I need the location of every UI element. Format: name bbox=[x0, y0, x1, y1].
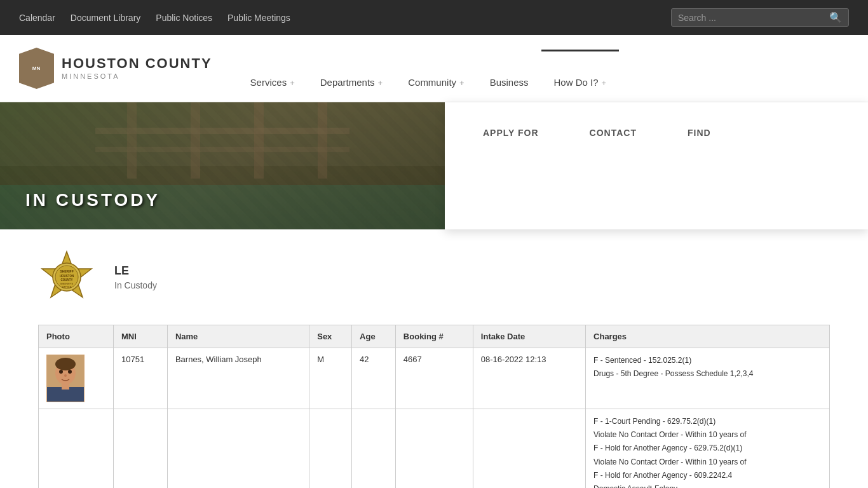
nav-services[interactable]: Services+ bbox=[238, 50, 308, 100]
svg-point-22 bbox=[59, 370, 63, 374]
cell-age-2 bbox=[352, 409, 396, 489]
hero-section: IN CUSTODY APPLY FOR CONTACT FIND bbox=[0, 102, 868, 229]
dropdown-find: FIND bbox=[688, 128, 711, 204]
svg-text:OFFICE: OFFICE bbox=[62, 285, 72, 288]
main-content: SHERIFF HOUSTON COUNTY SHERIFF'S OFFICE … bbox=[0, 229, 868, 488]
svg-rect-10 bbox=[95, 147, 349, 152]
topbar-calendar[interactable]: Calendar bbox=[19, 13, 55, 23]
col-age: Age bbox=[352, 325, 396, 348]
cell-booking-1: 4667 bbox=[395, 348, 473, 409]
charges-text-2: F - 1-Court Pending - 629.75.2(d)(1) Vio… bbox=[593, 416, 822, 488]
table-row: 10751 Barnes, William Joseph M 42 4667 0… bbox=[39, 348, 830, 409]
svg-text:HOUSTON: HOUSTON bbox=[60, 274, 74, 278]
badge-title-area: LE In Custody bbox=[114, 264, 157, 290]
badge-subtitle: In Custody bbox=[114, 280, 157, 290]
col-sex: Sex bbox=[309, 325, 352, 348]
dropdown-overlay: APPLY FOR CONTACT FIND bbox=[445, 102, 868, 229]
search-input[interactable] bbox=[678, 13, 829, 23]
svg-point-24 bbox=[64, 374, 67, 377]
topbar-public-meetings[interactable]: Public Meetings bbox=[227, 13, 290, 23]
svg-text:MN: MN bbox=[32, 65, 41, 71]
topbar-public-notices[interactable]: Public Notices bbox=[156, 13, 212, 23]
page-wrapper: Calendar Document Library Public Notices… bbox=[0, 0, 868, 488]
sheriff-badge-icon: SHERIFF HOUSTON COUNTY SHERIFF'S OFFICE bbox=[38, 248, 95, 306]
search-button[interactable]: 🔍 bbox=[829, 11, 842, 24]
custody-table: Photo MNI Name Sex Age Booking # Intake … bbox=[38, 325, 830, 488]
cell-sex-2 bbox=[309, 409, 352, 489]
topbar-doc-library[interactable]: Document Library bbox=[71, 13, 141, 23]
svg-text:COUNTY: COUNTY bbox=[61, 278, 73, 281]
nav-how-do-i[interactable]: How Do I?+ bbox=[541, 50, 620, 100]
col-charges: Charges bbox=[586, 325, 830, 348]
logo-text: HOUSTON COUNTY MINNESOTA bbox=[62, 57, 212, 80]
svg-rect-5 bbox=[127, 102, 137, 179]
cell-name-2 bbox=[167, 409, 309, 489]
cell-photo bbox=[39, 348, 114, 409]
dropdown-find-heading: FIND bbox=[688, 128, 711, 138]
cell-charges-2: F - 1-Court Pending - 629.75.2(d)(1) Vio… bbox=[586, 409, 830, 489]
col-intake-date: Intake Date bbox=[473, 325, 585, 348]
dropdown-contact-heading: CONTACT bbox=[590, 128, 637, 138]
badge-title: LE bbox=[114, 264, 157, 278]
svg-text:SHERIFF: SHERIFF bbox=[60, 269, 73, 273]
cell-charges-1: F - Sentenced - 152.025.2(1) Drugs - 5th… bbox=[586, 348, 830, 409]
badge-header: SHERIFF HOUSTON COUNTY SHERIFF'S OFFICE … bbox=[38, 242, 830, 312]
col-name: Name bbox=[167, 325, 309, 348]
col-booking: Booking # bbox=[395, 325, 473, 348]
col-mni: MNI bbox=[114, 325, 168, 348]
cell-intake-2 bbox=[473, 409, 585, 489]
dropdown-apply-for: APPLY FOR bbox=[483, 128, 539, 204]
cell-mni-1: 10751 bbox=[114, 348, 168, 409]
search-bar: 🔍 bbox=[671, 8, 849, 27]
charges-text-1: F - Sentenced - 152.025.2(1) Drugs - 5th… bbox=[593, 355, 822, 380]
nav-business[interactable]: Business bbox=[477, 50, 541, 100]
county-logo-icon: MN bbox=[19, 48, 54, 89]
top-bar-links: Calendar Document Library Public Notices… bbox=[19, 13, 290, 23]
svg-point-23 bbox=[68, 370, 72, 374]
logo-area: MN HOUSTON COUNTY MINNESOTA bbox=[19, 48, 212, 102]
cell-sex-1: M bbox=[309, 348, 352, 409]
hero-title: IN CUSTODY bbox=[25, 190, 160, 210]
cell-booking-2 bbox=[395, 409, 473, 489]
county-state: MINNESOTA bbox=[62, 72, 212, 80]
cell-mni-2 bbox=[114, 409, 168, 489]
hero-banner: IN CUSTODY bbox=[0, 102, 451, 229]
nav-community[interactable]: Community+ bbox=[395, 50, 477, 100]
svg-point-21 bbox=[55, 358, 76, 370]
top-bar: Calendar Document Library Public Notices… bbox=[0, 0, 868, 35]
svg-rect-9 bbox=[95, 128, 349, 134]
nav-departments[interactable]: Departments+ bbox=[308, 50, 395, 100]
col-photo: Photo bbox=[39, 325, 114, 348]
svg-rect-6 bbox=[191, 102, 200, 179]
dropdown-apply-for-heading: APPLY FOR bbox=[483, 128, 539, 138]
cell-name-1: Barnes, William Joseph bbox=[167, 348, 309, 409]
table-row: F - 1-Court Pending - 629.75.2(d)(1) Vio… bbox=[39, 409, 830, 489]
main-nav: Services+ Departments+ Community+ Busine… bbox=[238, 50, 849, 100]
dropdown-contact: CONTACT bbox=[590, 128, 637, 204]
cell-intake-1: 08-16-2022 12:13 bbox=[473, 348, 585, 409]
header: MN HOUSTON COUNTY MINNESOTA Services+ De… bbox=[0, 35, 868, 102]
table-header-row: Photo MNI Name Sex Age Booking # Intake … bbox=[39, 325, 830, 348]
inmate-photo bbox=[46, 355, 85, 402]
svg-rect-7 bbox=[254, 102, 264, 179]
county-name: HOUSTON COUNTY bbox=[62, 57, 212, 71]
svg-rect-8 bbox=[318, 102, 327, 179]
svg-rect-26 bbox=[62, 383, 69, 390]
cell-photo-2 bbox=[39, 409, 114, 489]
cell-age-1: 42 bbox=[352, 348, 396, 409]
